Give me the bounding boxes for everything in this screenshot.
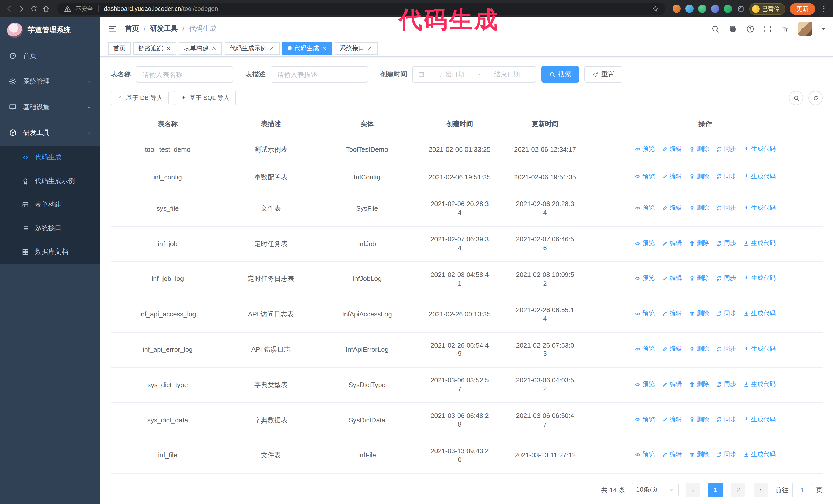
- edit-link[interactable]: 编辑: [662, 145, 682, 153]
- breadcrumb-home[interactable]: 首页: [125, 24, 139, 33]
- browser-back-icon[interactable]: [5, 5, 13, 13]
- breadcrumb-devtools[interactable]: 研发工具: [150, 24, 178, 33]
- close-icon[interactable]: [269, 45, 275, 51]
- delete-link[interactable]: 删除: [689, 204, 709, 212]
- edit-link[interactable]: 编辑: [662, 415, 682, 424]
- sidebar-toggle-icon[interactable]: [108, 24, 117, 33]
- edit-link[interactable]: 编辑: [662, 451, 682, 459]
- tab-codegen[interactable]: 代码生成: [282, 42, 332, 55]
- sidebar-item-infra[interactable]: 基础设施: [0, 94, 100, 120]
- sync-link[interactable]: 同步: [716, 145, 736, 153]
- sidebar-item-system[interactable]: 系统管理: [0, 69, 100, 94]
- refresh-table-button[interactable]: [808, 91, 823, 105]
- goto-page-input[interactable]: [792, 483, 812, 497]
- extensions-puzzle-icon[interactable]: [736, 5, 744, 13]
- sidebar-subitem-db-doc[interactable]: 数据库文档: [0, 240, 100, 264]
- generate-code-link[interactable]: 生成代码: [743, 310, 776, 318]
- sync-link[interactable]: 同步: [716, 345, 736, 353]
- delete-link[interactable]: 删除: [689, 380, 709, 388]
- bookmark-star-icon[interactable]: [651, 5, 659, 13]
- browser-home-icon[interactable]: [42, 5, 50, 13]
- generate-code-link[interactable]: 生成代码: [743, 451, 776, 459]
- edit-link[interactable]: 编辑: [662, 274, 682, 283]
- import-db-button[interactable]: 基于 DB 导入: [111, 91, 169, 105]
- tab-system-api[interactable]: 系统接口: [335, 42, 378, 55]
- close-icon[interactable]: [166, 45, 171, 51]
- generate-code-link[interactable]: 生成代码: [743, 274, 776, 283]
- table-desc-input[interactable]: [271, 66, 368, 82]
- delete-link[interactable]: 删除: [689, 345, 709, 353]
- page-size-select[interactable]: 10条/页: [632, 483, 679, 497]
- table-name-input[interactable]: [136, 66, 233, 82]
- generate-code-link[interactable]: 生成代码: [743, 239, 776, 247]
- github-icon[interactable]: [729, 24, 737, 33]
- browser-menu-icon[interactable]: [820, 5, 828, 13]
- delete-link[interactable]: 删除: [689, 239, 709, 247]
- edit-link[interactable]: 编辑: [662, 204, 682, 212]
- sync-link[interactable]: 同步: [716, 274, 736, 283]
- delete-link[interactable]: 删除: [689, 172, 709, 181]
- search-button[interactable]: 搜索: [541, 66, 579, 82]
- sidebar-item-devtools[interactable]: 研发工具: [0, 120, 100, 146]
- browser-reload-icon[interactable]: [30, 5, 38, 13]
- avatar-caret-icon[interactable]: [821, 27, 825, 30]
- delete-link[interactable]: 删除: [689, 415, 709, 424]
- close-icon[interactable]: [367, 45, 373, 51]
- font-size-icon[interactable]: [781, 24, 789, 33]
- edit-link[interactable]: 编辑: [662, 380, 682, 388]
- delete-link[interactable]: 删除: [689, 451, 709, 459]
- close-icon[interactable]: [211, 45, 217, 51]
- sync-link[interactable]: 同步: [716, 204, 736, 212]
- extension-stats-icon[interactable]: [723, 5, 732, 13]
- preview-link[interactable]: 预览: [635, 145, 655, 153]
- create-time-range-picker[interactable]: 开始日期 - 结束日期: [412, 66, 536, 82]
- sidebar-subitem-codegen-example[interactable]: 代码生成示例: [0, 169, 100, 193]
- preview-link[interactable]: 预览: [635, 310, 655, 318]
- sync-link[interactable]: 同步: [716, 451, 736, 459]
- app-logo[interactable]: 芋道管理系统: [0, 18, 100, 43]
- preview-link[interactable]: 预览: [635, 172, 655, 181]
- fullscreen-icon[interactable]: [763, 24, 772, 33]
- toggle-search-button[interactable]: [789, 91, 803, 105]
- extension-proxy-icon[interactable]: [672, 5, 681, 13]
- sync-link[interactable]: 同步: [716, 239, 736, 247]
- preview-link[interactable]: 预览: [635, 274, 655, 283]
- help-icon[interactable]: [746, 24, 755, 33]
- browser-update-button[interactable]: 更新: [790, 3, 815, 15]
- edit-link[interactable]: 编辑: [662, 172, 682, 181]
- next-page-button[interactable]: [754, 483, 768, 497]
- extension-vue-icon[interactable]: [698, 5, 706, 13]
- sidebar-subitem-system-api[interactable]: 系统接口: [0, 216, 100, 240]
- delete-link[interactable]: 删除: [689, 274, 709, 283]
- sidebar-subitem-form-builder[interactable]: 表单构建: [0, 193, 100, 216]
- extension-users-icon[interactable]: [711, 5, 719, 13]
- generate-code-link[interactable]: 生成代码: [743, 345, 776, 353]
- preview-link[interactable]: 预览: [635, 415, 655, 424]
- generate-code-link[interactable]: 生成代码: [743, 380, 776, 388]
- generate-code-link[interactable]: 生成代码: [743, 415, 776, 424]
- extension-drop-icon[interactable]: [685, 5, 693, 13]
- page-button-1[interactable]: 1: [709, 483, 723, 497]
- edit-link[interactable]: 编辑: [662, 239, 682, 247]
- user-avatar[interactable]: [798, 22, 812, 36]
- sidebar-item-home[interactable]: 首页: [0, 43, 100, 69]
- preview-link[interactable]: 预览: [635, 204, 655, 212]
- tab-codegen-example[interactable]: 代码生成示例: [224, 42, 280, 55]
- delete-link[interactable]: 删除: [689, 145, 709, 153]
- address-bar[interactable]: 不安全 dashboard.yudao.iocoder.cn/tool/code…: [57, 2, 665, 15]
- sidebar-subitem-codegen[interactable]: 代码生成: [0, 146, 100, 169]
- edit-link[interactable]: 编辑: [662, 310, 682, 318]
- preview-link[interactable]: 预览: [635, 345, 655, 353]
- preview-link[interactable]: 预览: [635, 451, 655, 459]
- generate-code-link[interactable]: 生成代码: [743, 204, 776, 212]
- browser-forward-icon[interactable]: [18, 5, 26, 13]
- profile-paused-badge[interactable]: 已暂停: [749, 3, 785, 15]
- prev-page-button[interactable]: [686, 483, 700, 497]
- sync-link[interactable]: 同步: [716, 310, 736, 318]
- tab-home[interactable]: 首页: [108, 42, 131, 55]
- import-sql-button[interactable]: 基于 SQL 导入: [174, 91, 236, 105]
- tab-link-tracing[interactable]: 链路追踪: [133, 42, 176, 55]
- reset-button[interactable]: 重置: [585, 66, 622, 82]
- page-button-2[interactable]: 2: [731, 483, 745, 497]
- generate-code-link[interactable]: 生成代码: [743, 145, 776, 153]
